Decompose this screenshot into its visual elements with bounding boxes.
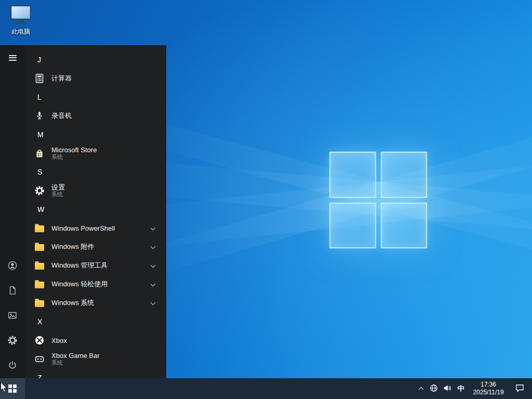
folder-icon bbox=[33, 278, 46, 290]
app-item-calculator[interactable]: 计算器 bbox=[25, 69, 166, 88]
account-button[interactable] bbox=[0, 254, 25, 278]
taskbar: 中 17:36 2025/11/19 bbox=[0, 378, 532, 399]
gear-icon bbox=[7, 335, 18, 347]
section-letter-x[interactable]: X bbox=[25, 312, 166, 331]
documents-button[interactable] bbox=[0, 278, 25, 303]
section-letter-m[interactable]: M bbox=[25, 125, 166, 144]
xbox-icon bbox=[33, 334, 46, 347]
desktop-icon-this-pc[interactable]: 此电脑 bbox=[4, 4, 37, 36]
windows-logo-wallpaper bbox=[329, 152, 427, 248]
section-letter-l[interactable]: L bbox=[25, 88, 166, 107]
volume-button[interactable] bbox=[441, 378, 454, 399]
settings-button[interactable] bbox=[0, 328, 25, 353]
hamburger-icon bbox=[9, 54, 17, 62]
folder-item-windows-powershell[interactable]: Windows PowerShell bbox=[25, 219, 166, 237]
app-item-xbox[interactable]: Xbox bbox=[25, 331, 166, 350]
chevron-down-icon[interactable] bbox=[151, 263, 156, 268]
folder-icon bbox=[33, 297, 46, 309]
app-item-microsoft-store[interactable]: Microsoft Store 系统 bbox=[25, 144, 166, 163]
document-icon bbox=[7, 285, 18, 297]
chevron-up-icon bbox=[418, 387, 423, 392]
start-menu-rail bbox=[0, 45, 25, 378]
folder-item-windows-ease-of-access[interactable]: Windows 轻松使用 bbox=[25, 275, 166, 294]
section-letter-w[interactable]: W bbox=[25, 200, 166, 219]
action-center-icon bbox=[515, 383, 524, 394]
folder-icon bbox=[33, 222, 46, 234]
user-icon bbox=[7, 260, 18, 272]
power-button[interactable] bbox=[0, 353, 25, 378]
folder-icon bbox=[33, 241, 46, 253]
chevron-down-icon[interactable] bbox=[151, 225, 156, 231]
expand-menu-button[interactable] bbox=[0, 45, 25, 70]
globe-network-icon bbox=[430, 384, 438, 394]
folder-item-windows-system[interactable]: Windows 系统 bbox=[25, 294, 166, 312]
desktop-icon-label: 此电脑 bbox=[11, 28, 30, 36]
app-item-xbox-game-bar[interactable]: Xbox Game Bar 系统 bbox=[25, 350, 166, 368]
show-hidden-icons-button[interactable] bbox=[415, 378, 427, 399]
section-letter-j[interactable]: J bbox=[25, 50, 166, 69]
system-tray: 中 17:36 2025/11/19 bbox=[415, 378, 532, 399]
network-button[interactable] bbox=[427, 378, 441, 399]
folder-item-windows-admin-tools[interactable]: Windows 管理工具 bbox=[25, 256, 166, 275]
gear-icon bbox=[33, 184, 46, 197]
windows-logo-icon bbox=[8, 384, 17, 393]
section-letter-z[interactable]: Z bbox=[25, 368, 166, 378]
chevron-down-icon[interactable] bbox=[151, 244, 156, 249]
chevron-down-icon[interactable] bbox=[151, 282, 156, 287]
power-icon bbox=[7, 360, 18, 372]
start-menu: J 计算器 L bbox=[0, 45, 166, 378]
microphone-icon bbox=[33, 110, 46, 122]
clock-time: 17:36 bbox=[481, 381, 496, 389]
start-button[interactable] bbox=[0, 378, 25, 399]
folder-item-windows-accessories[interactable]: Windows 附件 bbox=[25, 237, 166, 256]
pictures-icon bbox=[7, 310, 18, 322]
taskbar-clock[interactable]: 17:36 2025/11/19 bbox=[468, 378, 509, 399]
section-letter-s[interactable]: S bbox=[25, 163, 166, 181]
ime-indicator[interactable]: 中 bbox=[454, 378, 468, 399]
pictures-button[interactable] bbox=[0, 303, 25, 328]
computer-icon bbox=[9, 4, 32, 27]
gamebar-icon bbox=[33, 353, 46, 365]
folder-icon bbox=[33, 259, 46, 272]
chevron-down-icon[interactable] bbox=[151, 300, 156, 305]
calculator-icon bbox=[33, 72, 46, 85]
app-item-voice-recorder[interactable]: 录音机 bbox=[25, 107, 166, 125]
screen: 此电脑 bbox=[0, 0, 532, 399]
app-list: J 计算器 L bbox=[25, 45, 166, 378]
action-center-button[interactable] bbox=[509, 378, 530, 399]
clock-date: 2025/11/19 bbox=[473, 389, 503, 396]
speaker-icon bbox=[443, 384, 451, 394]
app-item-settings[interactable]: 设置 系统 bbox=[25, 181, 166, 200]
store-icon bbox=[33, 147, 46, 159]
